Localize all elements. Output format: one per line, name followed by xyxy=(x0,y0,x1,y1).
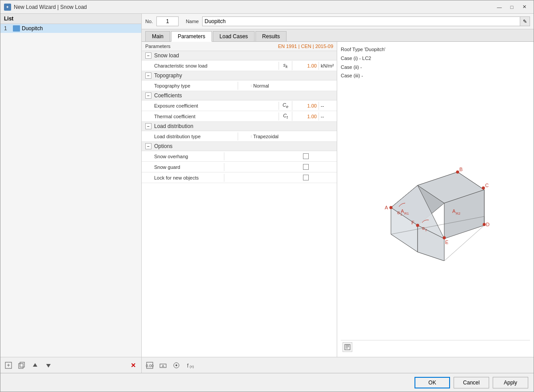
svg-point-23 xyxy=(443,236,446,240)
param-value-char-snow: 1.00 xyxy=(292,62,319,70)
coord-icon-button[interactable]: 0.00 xyxy=(143,360,156,371)
param-unit-char-snow: kN/m² xyxy=(319,62,337,70)
bottom-toolbar: 0.00 A f(x) xyxy=(142,357,534,373)
form-area: Parameters EN 1991 | CEN | 2015-09 − Sno… xyxy=(142,42,337,357)
list-item[interactable]: 1 Duopitch xyxy=(0,24,141,33)
param-lock-new-objects: Lock for new objects xyxy=(142,172,337,183)
list-item-num: 1 xyxy=(4,25,11,32)
param-label-lock-new: Lock for new objects xyxy=(152,174,224,182)
section-toggle-opts[interactable]: − xyxy=(145,143,151,149)
section-label-coeff: Coefficients xyxy=(154,92,182,99)
section-load-dist[interactable]: − Load distribution xyxy=(142,122,337,131)
view-icon-button[interactable] xyxy=(170,360,183,371)
delete-button[interactable]: ✕ xyxy=(127,360,139,371)
params-title: Parameters xyxy=(145,44,171,49)
svg-text:f: f xyxy=(187,363,189,369)
app-icon: ✦ xyxy=(4,4,11,11)
svg-text:α: α xyxy=(397,210,400,215)
tab-results[interactable]: Results xyxy=(255,31,287,41)
no-label: No. xyxy=(145,19,153,24)
param-label-dist-type: Load distribution type xyxy=(152,132,238,140)
svg-marker-4 xyxy=(33,363,37,367)
duplicate-button[interactable] xyxy=(16,360,28,371)
svg-text:E: E xyxy=(445,240,448,245)
svg-text:α: α xyxy=(422,226,425,231)
param-value-thermal: 1.00 xyxy=(292,112,319,120)
move-down-button[interactable] xyxy=(42,360,55,371)
params-standard: EN 1991 | CEN | 2015-09 xyxy=(278,44,333,49)
svg-text:B: B xyxy=(459,167,462,172)
section-label-snow: Snow load xyxy=(154,52,179,59)
main-window: ✦ New Load Wizard | Snow Load — □ ✕ List… xyxy=(0,0,534,392)
svg-text:1: 1 xyxy=(400,213,402,216)
param-label-snow-overhang: Snow overhang xyxy=(152,152,224,160)
section-toggle-snow[interactable]: − xyxy=(145,52,151,59)
name-input[interactable] xyxy=(202,16,520,26)
list-toolbar: + ✕ xyxy=(0,357,141,373)
svg-point-19 xyxy=(482,187,485,190)
svg-point-25 xyxy=(416,224,419,227)
name-label: Name xyxy=(186,19,199,24)
tab-main[interactable]: Main xyxy=(145,31,170,41)
roof-svg: A B C D E xyxy=(369,163,502,261)
svg-point-44 xyxy=(175,364,177,366)
preview-export-button[interactable] xyxy=(343,342,352,352)
content-row: Parameters EN 1991 | CEN | 2015-09 − Sno… xyxy=(142,42,534,357)
add-button[interactable]: + xyxy=(2,360,15,371)
param-snow-guard: Snow guard xyxy=(142,162,337,172)
svg-point-21 xyxy=(483,223,486,226)
close-button[interactable]: ✕ xyxy=(518,3,530,12)
left-panel: List 1 Duopitch + xyxy=(0,14,142,373)
param-exposure-coeff: Exposure coefficient Ce 1.00 -- xyxy=(142,100,337,111)
param-load-dist-type: Load distribution type Trapezoidal xyxy=(142,131,337,142)
list-content: 1 Duopitch xyxy=(0,24,141,357)
checkbox-lock-new[interactable] xyxy=(303,175,309,180)
edit-name-button[interactable]: ✎ xyxy=(520,16,530,26)
checkbox-snow-guard[interactable] xyxy=(303,164,309,170)
cancel-button[interactable]: Cancel xyxy=(454,377,489,388)
move-up-button[interactable] xyxy=(29,360,41,371)
svg-text:D: D xyxy=(486,222,490,227)
snap-icon-button[interactable]: A xyxy=(157,360,169,371)
roof-diagram: A B C D E xyxy=(341,84,530,340)
roof-case1-line: Case (i) - LC2 xyxy=(341,54,530,63)
section-label-topo: Topography xyxy=(154,72,182,79)
no-input[interactable] xyxy=(156,16,179,26)
tabs-row: Main Parameters Load Cases Results xyxy=(142,29,534,42)
list-item-label: Duopitch xyxy=(22,25,43,32)
section-toggle-coeff[interactable]: − xyxy=(145,92,151,99)
svg-text:(x): (x) xyxy=(190,364,194,368)
name-input-wrap: ✎ xyxy=(202,16,530,26)
apply-button[interactable]: Apply xyxy=(493,377,528,388)
section-toggle-topo[interactable]: − xyxy=(145,72,151,79)
checkbox-lock-new-cell xyxy=(292,175,319,180)
section-snow-load[interactable]: − Snow load xyxy=(142,51,337,60)
svg-point-17 xyxy=(456,171,459,174)
checkbox-snow-guard-cell xyxy=(292,164,319,170)
section-toggle-dist[interactable]: − xyxy=(145,123,151,129)
svg-point-15 xyxy=(390,206,393,209)
tab-load-cases[interactable]: Load Cases xyxy=(213,31,255,41)
svg-marker-5 xyxy=(46,364,51,368)
svg-text:A: A xyxy=(452,208,456,214)
checkbox-snow-overhang[interactable] xyxy=(303,153,309,159)
title-bar: ✦ New Load Wizard | Snow Load — □ ✕ xyxy=(0,0,534,14)
maximize-button[interactable]: □ xyxy=(506,3,518,12)
roof-case2-line: Case (ii) - xyxy=(341,63,530,72)
param-symbol-ct: Ct xyxy=(279,112,292,121)
param-label-exposure: Exposure coefficient xyxy=(152,102,279,110)
roof-case3-line: Case (iii) - xyxy=(341,72,530,80)
ok-button[interactable]: OK xyxy=(414,377,450,388)
tab-parameters[interactable]: Parameters xyxy=(171,31,212,42)
bottom-bar: OK Cancel Apply xyxy=(0,373,534,392)
section-options[interactable]: − Options xyxy=(142,142,337,151)
checkbox-snow-overhang-cell xyxy=(292,153,319,159)
section-topography[interactable]: − Topography xyxy=(142,71,337,80)
param-thermal-coeff: Thermal coefficient Ct 1.00 -- xyxy=(142,111,337,122)
minimize-button[interactable]: — xyxy=(494,3,505,12)
section-coefficients[interactable]: − Coefficients xyxy=(142,91,337,100)
formula-icon-button[interactable]: f(x) xyxy=(183,360,196,371)
svg-text:A: A xyxy=(162,364,164,368)
param-symbol-topo xyxy=(238,84,251,87)
roof-type-line: Roof Type 'Duopitch' xyxy=(341,45,530,54)
